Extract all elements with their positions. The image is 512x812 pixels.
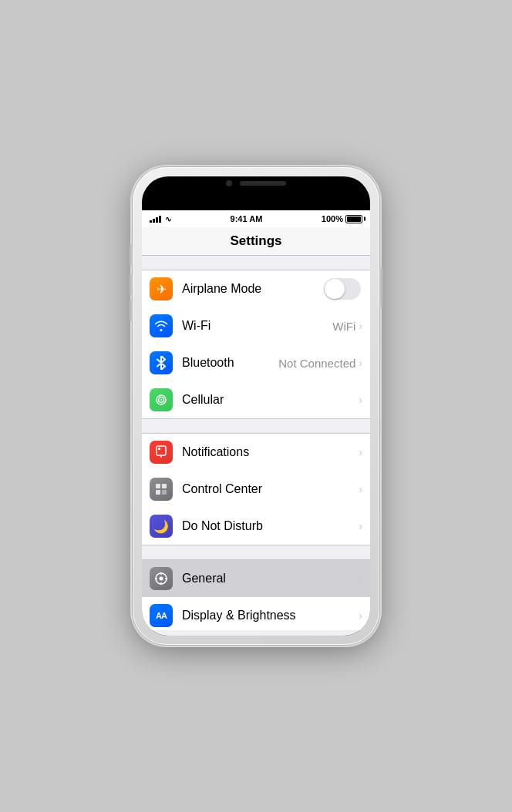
bluetooth-label: Bluetooth [182,356,278,370]
settings-scroll[interactable]: ✈ Airplane Mode [142,256,370,630]
nav-bar: Settings [142,227,370,256]
battery-fill [347,216,361,222]
signal-bar-4 [159,216,161,223]
general-label: General [182,572,359,586]
settings-group-system: Notifications › Control Cente [142,433,370,545]
display-chevron: › [359,609,362,622]
settings-row-cellular[interactable]: Cellular › [142,381,370,418]
cellular-chevron: › [359,394,362,406]
svg-point-2 [160,399,162,401]
settings-group-connectivity: ✈ Airplane Mode [142,270,370,419]
status-right: 100% [322,214,362,223]
settings-group-personalization: General › AA Display & Brightness › [142,559,370,630]
signal-bar-2 [153,219,155,223]
cellular-icon [150,388,173,411]
svg-rect-3 [157,446,166,455]
svg-rect-6 [156,484,160,488]
signal-bar-1 [150,220,152,223]
wifi-icon [150,314,173,337]
notifications-icon [150,441,173,464]
airplane-mode-label: Airplane Mode [182,282,324,296]
notifications-label: Notifications [182,445,359,459]
general-chevron: › [359,572,362,585]
display-brightness-label: Display & Brightness [182,609,359,622]
section-gap-2 [142,419,370,433]
signal-bar-3 [156,217,158,223]
display-brightness-icon: AA [150,604,173,627]
svg-rect-8 [156,490,160,495]
cellular-label: Cellular [182,393,359,407]
svg-point-11 [160,577,163,581]
screen-bezel: ∿ 9:41 AM 100% Settings [142,176,370,636]
battery-percentage: 100% [322,214,343,223]
bluetooth-value: Not Connected [278,357,355,370]
settings-row-bluetooth[interactable]: Bluetooth Not Connected › [142,344,370,381]
wifi-status-icon: ∿ [165,215,171,223]
settings-row-dnd[interactable]: 🌙 Do Not Disturb › [142,508,370,545]
wifi-value: WiFi [332,320,355,333]
phone-screen: ∿ 9:41 AM 100% Settings [142,210,370,636]
svg-rect-4 [158,448,160,450]
control-center-label: Control Center [182,482,359,496]
control-center-icon [150,478,173,501]
control-center-chevron: › [359,483,362,495]
settings-row-control-center[interactable]: Control Center › [142,471,370,508]
camera-dot [226,180,232,186]
notifications-chevron: › [359,446,362,458]
dnd-label: Do Not Disturb [182,519,359,533]
settings-row-notifications[interactable]: Notifications › [142,434,370,471]
phone-device: ∿ 9:41 AM 100% Settings [133,167,379,645]
wifi-chevron: › [359,320,362,332]
settings-row-wifi[interactable]: Wi-Fi WiFi › [142,307,370,344]
section-gap-3 [142,545,370,559]
battery-icon [345,215,362,223]
general-icon [150,567,173,590]
wifi-label: Wi-Fi [182,319,332,333]
signal-bars-icon [150,215,161,223]
svg-rect-9 [162,490,167,495]
dnd-chevron: › [359,520,362,532]
status-left: ∿ [150,215,171,223]
svg-rect-7 [162,484,167,488]
phone-top-bar [206,178,306,189]
settings-row-display[interactable]: AA Display & Brightness › [142,597,370,630]
settings-row-airplane[interactable]: ✈ Airplane Mode [142,270,370,307]
bluetooth-chevron: › [359,357,362,369]
bluetooth-icon [150,351,173,374]
speaker-grill [240,181,286,186]
status-bar: ∿ 9:41 AM 100% [142,210,370,227]
airplane-mode-toggle[interactable] [324,278,361,300]
airplane-mode-icon: ✈ [150,277,173,300]
status-time: 9:41 AM [231,214,263,223]
dnd-icon: 🌙 [150,515,173,538]
page-title: Settings [230,233,281,248]
settings-row-general[interactable]: General › [142,560,370,597]
section-gap-1 [142,256,370,270]
toggle-knob [325,279,345,299]
